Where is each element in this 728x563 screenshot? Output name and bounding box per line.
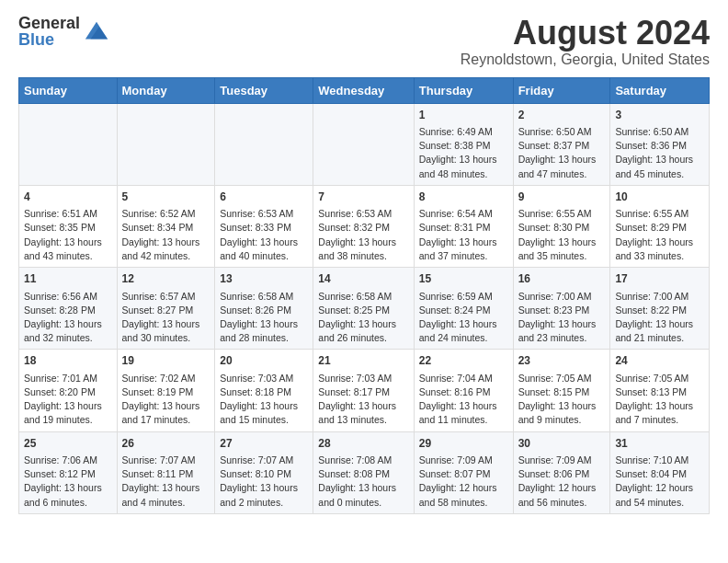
day-info: Sunrise: 6:55 AM — [518, 207, 606, 221]
table-row: 15Sunrise: 6:59 AMSunset: 8:24 PMDayligh… — [414, 268, 513, 350]
day-info: Daylight: 13 hours and 17 minutes. — [122, 399, 210, 427]
day-number: 4 — [24, 190, 112, 205]
day-info: Sunrise: 7:09 AM — [518, 454, 606, 467]
day-info: Daylight: 13 hours and 4 minutes. — [122, 481, 210, 509]
day-number: 20 — [220, 353, 308, 369]
day-info: Sunrise: 7:03 AM — [220, 372, 308, 385]
col-wednesday: Wednesday — [313, 77, 414, 103]
day-info: Sunset: 8:30 PM — [518, 221, 606, 235]
day-info: Sunset: 8:23 PM — [518, 304, 606, 317]
day-info: Sunrise: 6:58 AM — [220, 290, 308, 304]
table-row: 5Sunrise: 6:52 AMSunset: 8:34 PMDaylight… — [117, 185, 215, 267]
day-info: Sunset: 8:33 PM — [220, 221, 308, 235]
calendar-week-row: 1Sunrise: 6:49 AMSunset: 8:38 PMDaylight… — [19, 103, 710, 185]
day-info: Sunrise: 7:01 AM — [24, 372, 112, 385]
day-number: 14 — [318, 271, 408, 287]
table-row: 3Sunrise: 6:50 AMSunset: 8:36 PMDaylight… — [610, 103, 710, 185]
day-info: Sunrise: 7:05 AM — [615, 372, 704, 385]
table-row: 17Sunrise: 7:00 AMSunset: 8:22 PMDayligh… — [610, 268, 710, 350]
table-row: 26Sunrise: 7:07 AMSunset: 8:11 PMDayligh… — [117, 431, 215, 513]
day-number: 2 — [518, 108, 606, 123]
table-row: 7Sunrise: 6:53 AMSunset: 8:32 PMDaylight… — [313, 185, 414, 267]
table-row: 28Sunrise: 7:08 AMSunset: 8:08 PMDayligh… — [313, 431, 414, 513]
day-number: 27 — [220, 436, 308, 452]
day-info: Sunset: 8:13 PM — [615, 385, 704, 399]
table-row — [313, 103, 414, 185]
day-info: Daylight: 12 hours and 58 minutes. — [419, 481, 508, 509]
day-number: 30 — [518, 436, 606, 452]
table-row: 19Sunrise: 7:02 AMSunset: 8:19 PMDayligh… — [117, 350, 215, 431]
table-row: 24Sunrise: 7:05 AMSunset: 8:13 PMDayligh… — [610, 350, 710, 431]
calendar-table: Sunday Monday Tuesday Wednesday Thursday… — [18, 77, 710, 514]
table-row: 6Sunrise: 6:53 AMSunset: 8:33 PMDaylight… — [215, 185, 313, 267]
day-info: Sunset: 8:35 PM — [24, 221, 112, 235]
logo-general: General — [18, 15, 80, 31]
day-info: Sunrise: 6:51 AM — [24, 207, 112, 221]
table-row: 18Sunrise: 7:01 AMSunset: 8:20 PMDayligh… — [19, 350, 118, 431]
day-info: Sunset: 8:18 PM — [220, 385, 308, 399]
day-info: Sunrise: 6:50 AM — [518, 125, 606, 139]
day-number: 16 — [518, 271, 606, 287]
day-info: Sunrise: 7:04 AM — [419, 372, 508, 385]
day-number: 29 — [419, 436, 508, 452]
day-info: Daylight: 13 hours and 33 minutes. — [615, 236, 704, 263]
day-info: Sunrise: 7:10 AM — [615, 454, 704, 467]
day-info: Sunrise: 7:00 AM — [518, 290, 606, 304]
main-title: August 2024 — [461, 15, 710, 52]
day-number: 25 — [24, 436, 112, 452]
day-number: 5 — [122, 190, 210, 205]
day-info: Sunset: 8:10 PM — [220, 467, 308, 481]
col-saturday: Saturday — [610, 77, 710, 103]
day-info: Sunset: 8:17 PM — [318, 385, 408, 399]
day-info: Daylight: 13 hours and 43 minutes. — [24, 236, 112, 263]
day-number: 31 — [615, 436, 704, 452]
day-info: Daylight: 13 hours and 19 minutes. — [24, 399, 112, 427]
col-tuesday: Tuesday — [215, 77, 313, 103]
day-info: Sunset: 8:19 PM — [122, 385, 210, 399]
day-info: Daylight: 13 hours and 21 minutes. — [615, 317, 704, 345]
day-info: Sunset: 8:28 PM — [24, 304, 112, 317]
logo-icon — [84, 18, 109, 44]
calendar-week-row: 25Sunrise: 7:06 AMSunset: 8:12 PMDayligh… — [19, 431, 710, 513]
day-info: Sunset: 8:31 PM — [419, 221, 508, 235]
day-number: 21 — [318, 353, 408, 369]
table-row: 31Sunrise: 7:10 AMSunset: 8:04 PMDayligh… — [610, 431, 710, 513]
table-row: 14Sunrise: 6:58 AMSunset: 8:25 PMDayligh… — [313, 268, 414, 350]
day-info: Daylight: 13 hours and 6 minutes. — [24, 481, 112, 509]
day-info: Sunset: 8:20 PM — [24, 385, 112, 399]
day-info: Daylight: 13 hours and 26 minutes. — [318, 317, 408, 345]
table-row: 10Sunrise: 6:55 AMSunset: 8:29 PMDayligh… — [610, 185, 710, 267]
day-info: Daylight: 13 hours and 2 minutes. — [220, 481, 308, 509]
day-number: 9 — [518, 190, 606, 205]
table-row: 8Sunrise: 6:54 AMSunset: 8:31 PMDaylight… — [414, 185, 513, 267]
logo-blue: Blue — [18, 31, 80, 48]
day-number: 6 — [220, 190, 308, 205]
day-number: 26 — [122, 436, 210, 452]
day-number: 19 — [122, 353, 210, 369]
day-info: Sunrise: 7:02 AM — [122, 372, 210, 385]
day-info: Sunset: 8:15 PM — [518, 385, 606, 399]
day-info: Daylight: 13 hours and 37 minutes. — [419, 236, 508, 263]
day-info: Daylight: 13 hours and 15 minutes. — [220, 399, 308, 427]
day-info: Daylight: 13 hours and 47 minutes. — [518, 153, 606, 180]
page: General Blue August 2024 Reynoldstown, G… — [0, 0, 728, 529]
day-info: Daylight: 13 hours and 0 minutes. — [318, 481, 408, 509]
table-row: 2Sunrise: 6:50 AMSunset: 8:37 PMDaylight… — [513, 103, 610, 185]
table-row: 4Sunrise: 6:51 AMSunset: 8:35 PMDaylight… — [19, 185, 118, 267]
table-row: 30Sunrise: 7:09 AMSunset: 8:06 PMDayligh… — [513, 431, 610, 513]
day-info: Sunset: 8:34 PM — [122, 221, 210, 235]
day-number: 12 — [122, 271, 210, 287]
day-info: Daylight: 13 hours and 11 minutes. — [419, 399, 508, 427]
day-info: Sunset: 8:16 PM — [419, 385, 508, 399]
day-number: 7 — [318, 190, 408, 205]
day-info: Sunset: 8:12 PM — [24, 467, 112, 481]
day-info: Sunrise: 6:53 AM — [318, 207, 408, 221]
col-thursday: Thursday — [414, 77, 513, 103]
day-info: Daylight: 13 hours and 40 minutes. — [220, 236, 308, 263]
day-info: Daylight: 13 hours and 13 minutes. — [318, 399, 408, 427]
day-info: Sunset: 8:27 PM — [122, 304, 210, 317]
table-row: 29Sunrise: 7:09 AMSunset: 8:07 PMDayligh… — [414, 431, 513, 513]
table-row: 23Sunrise: 7:05 AMSunset: 8:15 PMDayligh… — [513, 350, 610, 431]
table-row — [19, 103, 118, 185]
table-row: 25Sunrise: 7:06 AMSunset: 8:12 PMDayligh… — [19, 431, 118, 513]
